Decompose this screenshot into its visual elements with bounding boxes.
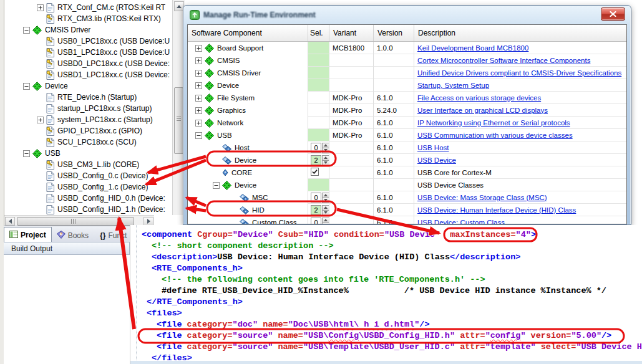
tree-item-usbd_config_hid_1.h[interactable]: USBD_Config_HID_1.h (Device: <box>4 204 172 215</box>
tree-item-label: USB0_LPC18xx.c (USB Device:U <box>57 37 170 46</box>
collapse-minus-box[interactable] <box>23 83 30 90</box>
description-link[interactable]: USB Device: Mass Storage Class (MSC) <box>417 194 547 201</box>
expand-plus-box[interactable] <box>195 107 202 114</box>
rte-row-network[interactable]: NetworkMDK-Pro6.1.0IP Networking using E… <box>188 117 626 129</box>
tree-item-cmsis[interactable]: CMSIS Driver <box>4 24 172 36</box>
expand-plus-box[interactable] <box>195 57 202 64</box>
stepper-down-button[interactable] <box>322 210 329 216</box>
instance-count-stepper[interactable]: 0 <box>311 193 329 203</box>
rte-row-file-system[interactable]: File SystemMDK-Pro6.1.0File Access on va… <box>188 92 626 104</box>
component-label: Host <box>235 144 250 151</box>
description-link[interactable]: Unified Device Drivers compliant to CMSI… <box>417 69 621 77</box>
close-button[interactable] <box>601 7 625 21</box>
tree-item-rtx_cm3.lib[interactable]: RTX_CM3.lib (RTOS:Keil RTX) <box>4 13 172 24</box>
dialog-titlebar[interactable]: Manage Run-Time Environment <box>183 6 631 24</box>
tree-item-gpio_lpc18xx.c[interactable]: GPIO_LPC18xx.c (GPIO) <box>4 125 172 136</box>
rte-row-core[interactable]: CORE6.1.0USB Core for Cortex-M <box>188 166 626 179</box>
expand-plus-box[interactable] <box>195 95 202 102</box>
tree-item-rtx_conf_cm.c[interactable]: RTX_Conf_CM.c (RTOS:Keil RT <box>4 2 172 13</box>
description-link[interactable]: IP Networking using Ethernet or Serial p… <box>417 119 570 127</box>
arrow-up-icon <box>324 206 328 209</box>
scroll-right-button[interactable] <box>143 217 153 226</box>
tree-item-usb_cm3_l.lib[interactable]: USB_CM3_L.lib (CORE) <box>4 159 172 170</box>
tree-item-usbd_config_hid_0.h[interactable]: USBD_Config_HID_0.h (Device: <box>4 193 172 204</box>
tab-project[interactable]: Project <box>4 227 52 242</box>
tree-item-startup_lpc18xx.s[interactable]: startup_LPC18xx.s (Startup) <box>4 103 172 114</box>
description-link[interactable]: USB Device: Custom Class <box>417 219 505 225</box>
collapse-minus-box[interactable] <box>23 27 30 34</box>
tree-item-usb[interactable]: USB <box>4 148 172 159</box>
instance-count-stepper[interactable]: 0 <box>311 218 329 225</box>
tree-item-usbd_config_0.c[interactable]: USBD_Config_0.c (Device) <box>4 170 172 181</box>
rte-row-device[interactable]: DeviceStartup, System Setup <box>188 79 626 92</box>
stepper-buttons[interactable] <box>322 205 329 215</box>
manage-rte-dialog: Manage Run-Time Environment Software Com… <box>183 5 631 225</box>
sel-cell: 0 <box>308 191 329 204</box>
rte-row-cmsis[interactable]: CMSISCortex Microcontroller Software Int… <box>188 54 626 67</box>
core-checkbox[interactable] <box>309 168 319 177</box>
build-output-panel[interactable] <box>4 255 130 364</box>
description-link[interactable]: User Interface on graphical LCD displays <box>417 107 548 114</box>
expand-plus-box[interactable] <box>195 70 202 77</box>
description-link[interactable]: USB Communication with various device cl… <box>417 132 573 139</box>
collapse-minus-box[interactable] <box>195 132 202 139</box>
component-name-cell: Device <box>188 79 308 92</box>
description-link[interactable]: USB Host <box>417 144 449 151</box>
tree-item-system_lpc18xx.c[interactable]: system_LPC18xx.c (Startup) <box>4 114 172 125</box>
tab-functions[interactable]: {} Funct <box>95 229 132 242</box>
tree-item-usbd0_lpc18xx.c[interactable]: USBD0_LPC18xx.c (USB Device: <box>4 58 172 69</box>
tree-item-usb0_lpc18xx.c[interactable]: USB0_LPC18xx.c (USB Device:U <box>4 36 172 47</box>
rte-row-host[interactable]: Host06.1.0USB Host <box>188 141 626 154</box>
stepper-buttons[interactable] <box>322 218 329 225</box>
rte-row-graphics[interactable]: GraphicsMDK-Pro5.24.0User Interface on g… <box>188 104 626 117</box>
expand-plus-box[interactable] <box>37 4 44 11</box>
rte-row-device[interactable]: Device26.1.0USB Device <box>188 154 626 166</box>
stepper-down-button[interactable] <box>322 223 329 225</box>
description-cell: Keil Development Board MCB1800 <box>414 42 626 54</box>
expand-plus-box[interactable] <box>195 120 202 127</box>
stepper-buttons[interactable] <box>322 143 329 153</box>
instance-count-stepper[interactable]: 0 <box>311 143 329 153</box>
tree-item-rte_device.h[interactable]: RTE_Device.h (Startup) <box>4 92 172 103</box>
rte-row-usb[interactable]: USBMDK-Pro6.1.0USB Communication with va… <box>188 129 626 141</box>
rte-row-custom-class[interactable]: Custom Class06.1.0USB Device: Custom Cla… <box>188 216 626 224</box>
description-link[interactable]: USB Device: Human Interface Device (HID)… <box>417 206 576 214</box>
description-cell: USB Device: Mass Storage Class (MSC) <box>414 191 626 204</box>
description-link[interactable]: USB Device <box>417 156 456 164</box>
stepper-down-button[interactable] <box>322 198 329 203</box>
rte-row-device[interactable]: DeviceUSB Device Classes <box>188 179 626 191</box>
collapse-minus-box[interactable] <box>213 182 220 189</box>
collapse-minus-box[interactable] <box>23 150 30 157</box>
description-link[interactable]: Startup, System Setup <box>417 82 489 89</box>
tree-item-usb1_lpc18xx.c[interactable]: USB1_LPC18xx.c (USB Device:U <box>4 47 172 58</box>
tree-item-scu_lpc18xx.c[interactable]: SCU_LPC18xx.c (SCU) <box>4 136 172 148</box>
description-link[interactable]: Cortex Microcontroller Software Interfac… <box>417 57 590 64</box>
stepper-buttons[interactable] <box>322 193 329 203</box>
scroll-left-button[interactable] <box>5 217 15 226</box>
rte-row-msc[interactable]: MSC06.1.0USB Device: Mass Storage Class … <box>188 191 626 204</box>
expand-plus-box[interactable] <box>195 82 202 89</box>
stepper-down-button[interactable] <box>322 160 329 166</box>
stepper-buttons[interactable] <box>322 155 329 165</box>
rte-row-hid[interactable]: HID26.1.0USB Device: Human Interface Dev… <box>188 204 626 216</box>
description-link[interactable]: File Access on various storage devices <box>417 94 541 102</box>
expand-plus-box[interactable] <box>195 45 202 52</box>
stepper-down-button[interactable] <box>322 148 329 153</box>
tree-item-label: USBD_Config_0.c (Device) <box>57 171 148 180</box>
instance-count-value: 0 <box>311 218 321 225</box>
rte-row-cmsis-driver[interactable]: CMSIS DriverUnified Device Drivers compl… <box>188 67 626 79</box>
rte-row-board-support[interactable]: Board SupportMCB18001.0.0Keil Developmen… <box>188 42 626 54</box>
tree-item-usbd1_lpc18xx.c[interactable]: USBD1_LPC18xx.c (USB Device: <box>4 69 172 80</box>
code-line-6: #define RTE_USB_Device_HID_%Instance% /*… <box>142 285 642 297</box>
sel-cell: 2 <box>308 204 329 216</box>
uvision-screenshot: RTX_Conf_CM.c (RTOS:Keil RTRTX_CM3.lib (… <box>0 0 642 364</box>
description-link[interactable]: Keil Development Board MCB1800 <box>417 44 528 52</box>
expand-plus-box[interactable] <box>37 117 44 123</box>
tree-item-usbd_config_1.c[interactable]: USBD_Config_1.c (Device) <box>4 181 172 193</box>
tree-item-device[interactable]: Device <box>4 80 172 92</box>
horizontal-scroll-thumb[interactable] <box>17 217 134 226</box>
tab-books[interactable]: ? Books <box>52 229 94 242</box>
vertical-scroll-thumb[interactable] <box>174 87 183 154</box>
instance-count-stepper[interactable]: 2 <box>311 155 329 165</box>
instance-count-stepper[interactable]: 2 <box>311 205 329 215</box>
